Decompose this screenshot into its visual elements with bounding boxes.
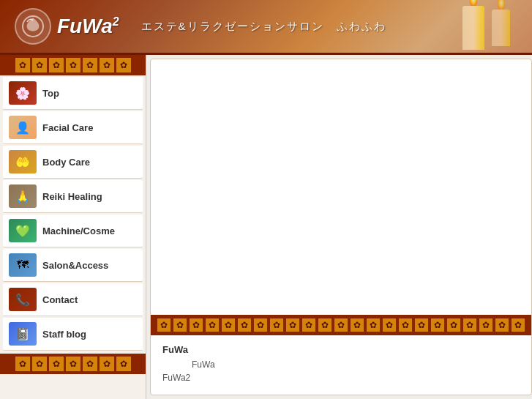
deco-tile	[350, 318, 364, 332]
deco-tile	[15, 57, 31, 73]
deco-tile	[48, 57, 64, 73]
sidebar-item-reiki[interactable]: 🙏Reiki Healing	[3, 180, 143, 213]
deco-tile	[269, 318, 284, 332]
content-line1: FuWa	[192, 359, 520, 370]
deco-tile	[382, 318, 397, 332]
deco-tile	[82, 57, 98, 73]
nav-label-top: Top	[42, 88, 59, 99]
deco-tile	[318, 318, 332, 332]
logo[interactable]: FuWa2	[15, 8, 119, 45]
deco-tile	[116, 57, 132, 73]
deco-tile	[334, 318, 348, 332]
deco-tile	[253, 318, 268, 332]
deco-tile	[414, 318, 429, 332]
nav-label-reiki: Reiki Healing	[42, 191, 102, 202]
nav-list: 🌸Top👤Facial Care🤲Body Care🙏Reiki Healing…	[0, 77, 146, 351]
deco-tile	[189, 318, 203, 332]
deco-tile	[205, 318, 220, 332]
nav-thumb-blog: 📓	[9, 322, 37, 346]
sidebar-item-body[interactable]: 🤲Body Care	[3, 146, 143, 179]
deco-tile	[31, 356, 48, 372]
nav-label-body: Body Care	[42, 157, 90, 168]
deco-tile	[430, 318, 445, 332]
sidebar-deco-top	[0, 55, 146, 75]
deco-tile	[99, 57, 115, 73]
header-tagline: エステ&リラクゼーションサロン ふわふわ	[141, 20, 386, 34]
deco-tile	[116, 356, 132, 372]
deco-tile	[65, 356, 81, 372]
main-container: 🌸Top👤Facial Care🤲Body Care🙏Reiki Healing…	[0, 55, 532, 399]
nav-thumb-contact: 📞	[9, 288, 37, 311]
sidebar-item-machine[interactable]: 💚Machine/Cosme	[3, 215, 143, 247]
deco-tile	[173, 318, 187, 332]
content-deco-border	[151, 315, 531, 335]
deco-tile	[446, 318, 461, 332]
deco-tile	[99, 356, 115, 372]
deco-tile	[285, 318, 300, 332]
deco-tile	[31, 57, 48, 73]
deco-tile	[48, 356, 64, 372]
deco-tile	[65, 57, 81, 73]
nav-thumb-facial: 👤	[9, 116, 37, 139]
nav-thumb-top: 🌸	[9, 81, 37, 105]
deco-tile	[366, 318, 381, 332]
content-line2: FuWa2	[162, 373, 520, 383]
sidebar-item-blog[interactable]: 📓Staff blog	[3, 318, 143, 351]
deco-tile	[462, 318, 477, 332]
nav-label-contact: Contact	[42, 294, 78, 305]
deco-tile	[495, 318, 509, 332]
deco-tile	[157, 318, 171, 332]
content-title: FuWa	[162, 344, 520, 355]
nav-thumb-salon: 🗺	[9, 253, 37, 277]
deco-tile	[82, 356, 98, 372]
deco-tile	[15, 356, 31, 372]
sidebar-item-facial[interactable]: 👤Facial Care	[3, 111, 143, 144]
deco-tile	[398, 318, 413, 332]
header: FuWa2 エステ&リラクゼーションサロン ふわふわ	[0, 0, 532, 55]
content-area: FuWa FuWa FuWa2	[150, 59, 532, 395]
deco-tile	[479, 318, 493, 332]
deco-tile	[301, 318, 316, 332]
sidebar-item-salon[interactable]: 🗺Salon&Access	[3, 249, 143, 282]
sidebar: 🌸Top👤Facial Care🤲Body Care🙏Reiki Healing…	[0, 55, 146, 399]
nav-thumb-body: 🤲	[9, 150, 37, 174]
nav-thumb-reiki: 🙏	[9, 184, 37, 208]
nav-label-facial: Facial Care	[42, 122, 93, 133]
content-lower: FuWa FuWa FuWa2	[151, 335, 531, 395]
nav-thumb-machine: 💚	[9, 219, 37, 242]
logo-text: FuWa2	[57, 15, 119, 38]
sidebar-item-top[interactable]: 🌸Top	[3, 77, 143, 110]
nav-label-machine: Machine/Cosme	[42, 225, 115, 236]
content-upper	[151, 59, 531, 315]
nav-label-blog: Staff blog	[42, 329, 86, 340]
logo-icon	[15, 8, 51, 45]
sidebar-item-contact[interactable]: 📞Contact	[3, 283, 143, 316]
sidebar-deco-bottom	[0, 354, 146, 374]
deco-tile	[237, 318, 252, 332]
nav-label-salon: Salon&Access	[42, 260, 108, 271]
candle-decoration	[430, 0, 517, 55]
deco-tile	[221, 318, 236, 332]
deco-tile	[511, 318, 525, 332]
